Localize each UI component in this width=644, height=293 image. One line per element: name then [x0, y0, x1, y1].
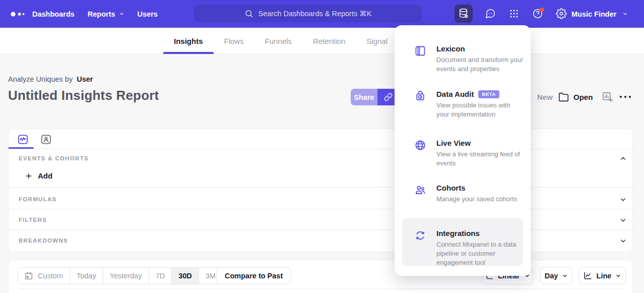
range-7d[interactable]: 7D — [149, 268, 172, 284]
tab-retention[interactable]: Retention — [313, 28, 345, 54]
tab-insights[interactable]: Insights — [174, 28, 203, 54]
analysis-eyebrow: Analyze Uniques byUser — [8, 75, 93, 83]
more-options-button[interactable] — [619, 94, 632, 100]
menu-item-title-text: Data Audit — [436, 90, 474, 98]
tab-funnels[interactable]: Funnels — [265, 28, 292, 54]
chevron-down-icon — [619, 196, 627, 203]
gear-icon — [556, 8, 567, 19]
line-chart-icon — [583, 271, 593, 280]
chevron-down-icon — [615, 273, 621, 279]
data-management-tool[interactable] — [455, 5, 473, 23]
new-label: New — [537, 93, 553, 101]
chart-type-select[interactable]: Line — [578, 267, 626, 284]
menu-item-data-audit[interactable]: Data Audit BETA View possible issues wit… — [414, 90, 523, 119]
help-tool[interactable] — [529, 5, 547, 23]
settings-tool[interactable] — [552, 5, 570, 23]
interval-select[interactable]: Day — [540, 267, 572, 284]
pulse-chart-icon — [17, 134, 29, 145]
menu-item-description: Document and transform your events and p… — [436, 56, 523, 73]
analysis-entity[interactable]: User — [77, 75, 93, 83]
nav-reports-label: Reports — [88, 10, 115, 18]
open-report-button[interactable]: Open — [558, 89, 593, 105]
divider — [9, 209, 632, 209]
lexicon-book-icon — [414, 45, 426, 57]
page-title[interactable]: Untitled Insights Report — [8, 88, 159, 103]
expand-filters-button[interactable] — [619, 216, 627, 224]
mixpanel-logo-icon[interactable] — [10, 9, 25, 20]
open-label: Open — [573, 93, 593, 101]
nav-users-label: Users — [138, 10, 158, 18]
report-type-tabs: Insights Flows Funnels Retention Signal … — [174, 28, 431, 54]
range-30d-selected[interactable]: 30D — [171, 268, 199, 284]
chevron-down-icon — [562, 273, 568, 279]
folder-icon — [558, 92, 569, 102]
range-today[interactable]: Today — [70, 268, 103, 284]
menu-item-title: Cohorts — [436, 184, 517, 192]
collapse-events-button[interactable] — [619, 155, 627, 162]
add-to-board-button[interactable] — [602, 91, 613, 103]
chart-type-label: Line — [597, 272, 612, 280]
data-management-dropdown: Lexicon Document and transform your even… — [395, 25, 531, 276]
message-bubble-icon — [485, 8, 496, 19]
breakdowns-header: BREAKDOWNS — [19, 238, 68, 244]
nav-users[interactable]: Users — [138, 10, 158, 18]
metrics-view-tab[interactable] — [17, 133, 29, 145]
eyebrow-prefix: Analyze Uniques by — [8, 75, 73, 83]
navbar-links: Dashboards Reports Users — [32, 0, 158, 28]
chevron-down-icon — [619, 237, 627, 245]
lock-icon — [414, 90, 426, 102]
divider — [9, 187, 632, 188]
feedback-tool[interactable] — [481, 5, 499, 23]
compare-to-past-button[interactable]: Compare to Past — [216, 267, 291, 284]
nav-dashboards-label: Dashboards — [32, 10, 75, 18]
interval-label: Day — [545, 272, 558, 280]
add-event-button[interactable]: Add — [25, 171, 52, 180]
filters-header: FILTERS — [19, 217, 47, 223]
menu-item-title: Integrations — [436, 229, 523, 238]
menu-item-description: View a live streaming feed of events — [436, 150, 520, 167]
menu-item-integrations[interactable]: Integrations Connect Mixpanel to a data … — [414, 229, 523, 267]
chart-plus-icon — [602, 91, 613, 103]
tab-signal[interactable]: Signal — [366, 28, 388, 54]
apps-grid-tool[interactable] — [505, 5, 523, 23]
query-builder-card: EVENTS & COHORTS Add FORMULAS FILTERS BR… — [8, 129, 633, 252]
search-icon — [244, 9, 253, 18]
plus-icon — [25, 172, 33, 180]
report-type-tabbar: Insights Flows Funnels Retention Signal … — [0, 28, 644, 54]
menu-item-cohorts[interactable]: Cohorts Manage your saved cohorts — [414, 184, 523, 203]
nav-dashboards[interactable]: Dashboards — [32, 10, 75, 18]
expand-formulas-button[interactable] — [619, 196, 627, 203]
workspace-name: Music Finder — [571, 10, 616, 18]
divider — [9, 149, 632, 149]
sync-icon — [414, 229, 426, 242]
range-custom[interactable]: Custom — [18, 268, 70, 284]
chevron-down-icon — [622, 11, 628, 17]
menu-item-description: Connect Mixpanel to a data pipeline or c… — [436, 241, 516, 266]
range-custom-label: Custom — [38, 272, 63, 280]
divider — [9, 229, 632, 230]
workspace-switcher[interactable]: Music Finder — [571, 0, 628, 28]
people-icon — [414, 184, 426, 196]
top-navbar: Dashboards Reports Users Search Dashboar… — [0, 0, 644, 28]
globe-icon — [414, 139, 426, 151]
calendar-icon — [24, 271, 33, 280]
nav-reports[interactable]: Reports — [88, 10, 124, 18]
menu-item-title: Data Audit BETA — [436, 90, 523, 98]
users-view-tab[interactable] — [40, 133, 52, 145]
person-card-icon — [40, 134, 52, 145]
search-input[interactable]: Search Dashboards & Reports ⌘K — [194, 5, 422, 22]
share-button[interactable]: Share — [351, 89, 377, 105]
menu-item-description: View possible issues with your implement… — [436, 101, 510, 118]
search-placeholder: Search Dashboards & Reports ⌘K — [259, 10, 372, 18]
chart-toolbar-card: Custom Today Yesterday 7D 30D 3M 6M 12M … — [8, 260, 633, 293]
expand-breakdowns-button[interactable] — [619, 237, 627, 245]
range-yesterday[interactable]: Yesterday — [103, 268, 149, 284]
menu-item-live-view[interactable]: Live View View a live streaming feed of … — [414, 139, 523, 167]
menu-item-title: Lexicon — [436, 44, 523, 53]
tab-flows[interactable]: Flows — [224, 28, 244, 54]
add-label: Add — [38, 171, 52, 180]
menu-item-description: Manage your saved cohorts — [436, 195, 517, 203]
link-icon — [384, 93, 393, 101]
header-actions: New Open — [514, 89, 644, 105]
menu-item-lexicon[interactable]: Lexicon Document and transform your even… — [414, 44, 523, 73]
